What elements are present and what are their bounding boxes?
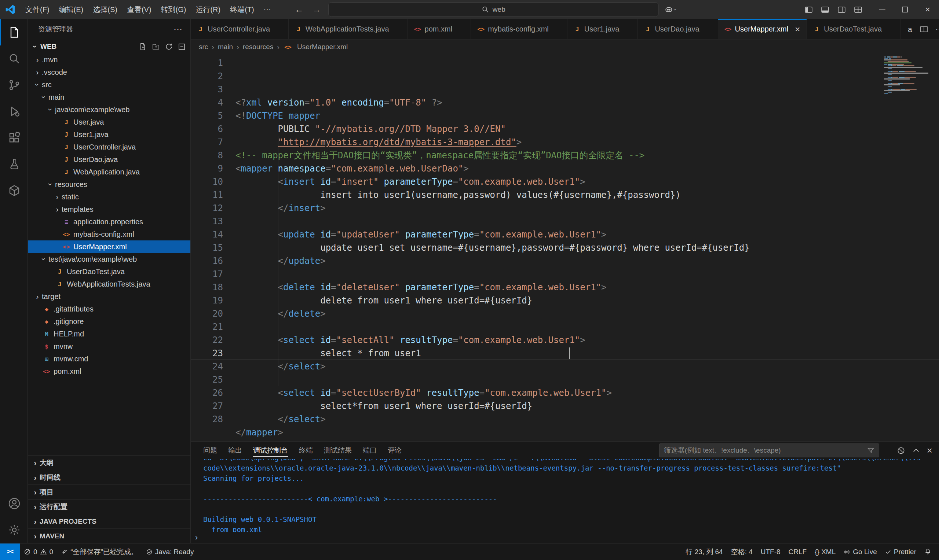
testing-flask-icon[interactable] [0,151,28,177]
toggle-panel-icon[interactable] [820,5,830,14]
settings-gear-icon[interactable] [0,517,28,543]
sidebar-section[interactable]: ›大纲 [28,455,190,470]
prettier-status[interactable]: Prettier [881,543,920,560]
console-filter-input[interactable]: 筛选器(例如 text、!exclude、\escape) [659,443,879,457]
tree-item[interactable]: ›<>UserMapper.xml [28,240,190,253]
menu-item[interactable]: 编辑(E) [54,0,88,19]
tab[interactable]: <>pom.xml× [408,19,471,39]
breadcrumb-item[interactable]: <>UserMapper.xml [283,43,348,51]
eol-status[interactable]: CRLF [785,543,811,560]
back-button[interactable]: ← [293,5,305,15]
go-live-status[interactable]: Go Live [840,543,881,560]
panel-tab[interactable]: 测试结果 [324,442,352,459]
breadcrumb-item[interactable]: src [199,43,208,51]
breadcrumb-item[interactable]: main [218,43,233,51]
tab[interactable]: <>UserMapper.xml× [718,19,807,39]
tree-item[interactable]: ›⊞mvnw.cmd [28,352,190,365]
toggle-secondary-sidebar-icon[interactable] [837,5,846,14]
customize-layout-icon[interactable] [854,5,863,14]
tree-item[interactable]: ›JUser1.java [28,128,190,141]
toggle-sidebar-icon[interactable] [804,5,813,14]
maximize-panel-icon[interactable] [912,446,920,455]
tree-item[interactable]: ›MHELP.md [28,328,190,340]
tab[interactable]: JUserDao.java× [638,19,718,39]
java-projects-icon[interactable] [0,177,28,204]
menu-item[interactable]: 运行(R) [191,0,225,19]
letter-a-icon[interactable]: a [908,25,912,34]
extensions-icon[interactable] [0,125,28,151]
account-icon[interactable] [0,490,28,517]
command-center-search[interactable]: web [328,2,658,17]
tree-item[interactable]: ›JUserDaoTest.java [28,265,190,278]
tree-item[interactable]: ›.mvn [28,54,190,66]
tree-item[interactable]: ›src [28,78,190,91]
notifications-bell-icon[interactable] [920,543,935,560]
panel-tab[interactable]: 评论 [388,442,402,459]
tree-item[interactable]: ›$mvnw [28,340,190,352]
language-mode-status[interactable]: {} XML [811,543,840,560]
tree-item[interactable]: ›<>pom.xml [28,365,190,377]
tree-item[interactable]: ›target [28,290,190,303]
tree-item[interactable]: ›static [28,191,190,203]
menu-item[interactable]: 转到(G) [156,0,191,19]
split-editor-icon[interactable] [920,25,928,34]
close-window-button[interactable]: × [916,0,939,19]
refresh-icon[interactable] [165,43,173,51]
menu-item[interactable]: 查看(V) [122,0,156,19]
clear-console-icon[interactable] [897,446,905,455]
tree-item[interactable]: ›<>mybatis-config.xml [28,228,190,240]
tree-item[interactable]: ›JWebApplication.java [28,166,190,178]
tree-item[interactable]: ›.vscode [28,66,190,78]
explorer-icon[interactable] [0,19,28,45]
new-file-icon[interactable] [139,43,148,51]
encoding-status[interactable]: UTF-8 [757,543,785,560]
tab[interactable]: JUserController.java× [191,19,289,39]
tree-item[interactable]: ›◆.gitignore [28,315,190,328]
debug-console-input[interactable]: › [191,532,939,543]
sidebar-section[interactable]: ›时间线 [28,470,190,485]
panel-tab[interactable]: 端口 [363,442,377,459]
menu-item[interactable]: 文件(F) [20,0,54,19]
panel-tab[interactable]: 终端 [299,442,313,459]
tree-item[interactable]: ›JWebApplicationTests.java [28,278,190,290]
indentation-status[interactable]: 空格: 4 [727,543,757,560]
tree-item[interactable]: ›test\java\com\example\web [28,253,190,265]
tree-item[interactable]: ›JUserController.java [28,141,190,153]
code-area[interactable]: <?xml version="1.0" encoding="UTF-8" ?><… [223,54,939,441]
tree-item[interactable]: ›JUserDao.java [28,153,190,166]
close-icon[interactable]: × [793,24,802,34]
sidebar-section[interactable]: ›MAVEN [28,528,190,543]
collapse-all-icon[interactable] [177,43,186,51]
search-icon[interactable] [0,45,28,72]
tree-item[interactable]: ›JUser.java [28,116,190,128]
copilot-icon[interactable]: › [664,5,676,14]
source-control-icon[interactable] [0,72,28,98]
more-actions-icon[interactable]: ⋯ [936,25,939,34]
tree-item[interactable]: ›java\com\example\web [28,103,190,116]
new-folder-icon[interactable] [152,43,160,51]
tree-item[interactable]: ›resources [28,178,190,191]
tab[interactable]: <>mybatis-config.xml× [471,19,567,39]
cursor-position-status[interactable]: 行 23, 列 64 [682,543,727,560]
tree-item[interactable]: ›◆.gitattributes [28,303,190,315]
menu-item[interactable]: 终端(T) [225,0,259,19]
panel-tab[interactable]: 问题 [203,442,217,459]
minimize-button[interactable]: ─ [871,0,894,19]
sidebar-section[interactable]: ›项目 [28,485,190,499]
more-actions-icon[interactable]: ⋯ [174,24,183,34]
menu-item[interactable]: ⋯ [259,0,276,19]
menu-item[interactable]: 选择(S) [88,0,122,19]
java-status[interactable]: Java: Ready [142,543,198,560]
panel-tab[interactable]: 输出 [228,442,242,459]
close-panel-icon[interactable]: × [927,446,933,455]
forward-button[interactable]: → [311,5,322,15]
tree-item[interactable]: ›main [28,91,190,103]
code-editor[interactable]: 1234567891011121314151617181920212223242… [191,54,939,441]
debug-console[interactable]: cd 'D:\Code\Spring\web'; 'JAVA_HOME=C:\\… [191,459,939,532]
sidebar-section[interactable]: ›JAVA PROJECTS [28,514,190,528]
maximize-button[interactable] [894,0,916,19]
minimap[interactable] [884,57,935,97]
save-status[interactable]: “全部保存”已经完成。 [57,543,142,560]
tree-item[interactable]: ›≡application.properties [28,215,190,228]
remote-indicator[interactable]: >< [0,543,20,560]
